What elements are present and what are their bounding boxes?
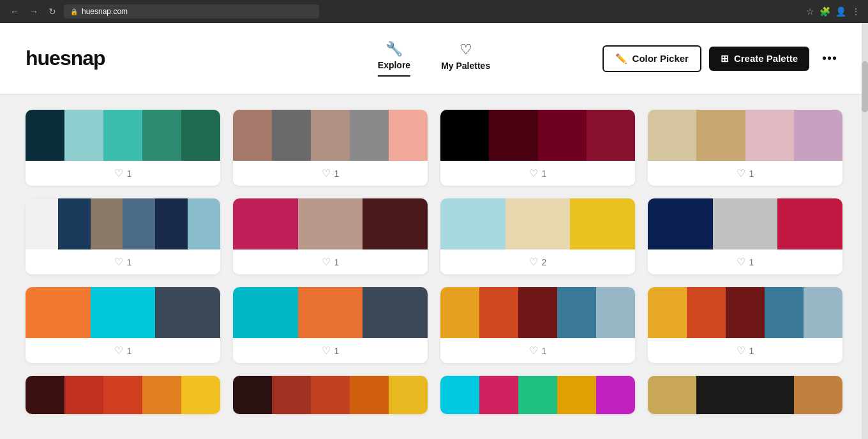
back-button[interactable]: ←	[8, 5, 22, 18]
explore-label: Explore	[378, 60, 410, 70]
like-button[interactable]: ♡	[529, 345, 538, 357]
color-swatch	[726, 287, 765, 338]
palette-card[interactable]: ♡2	[440, 198, 635, 274]
palette-card[interactable]	[648, 376, 842, 414]
color-swatch	[557, 376, 596, 414]
extension-icon[interactable]: 🧩	[819, 6, 830, 17]
palette-card[interactable]: ♡1	[648, 110, 842, 186]
menu-icon[interactable]: ⋮	[851, 6, 860, 17]
explore-icon: 🔧	[385, 41, 403, 57]
color-swatch	[745, 376, 794, 414]
color-swatch	[103, 110, 142, 161]
profile-icon[interactable]: 👤	[835, 6, 846, 17]
palette-colors	[26, 376, 220, 414]
url-text: huesnap.com	[82, 7, 128, 16]
header-actions: ✏️ Color Picker ⊞ Create Palette •••	[602, 45, 842, 72]
color-swatch	[538, 110, 587, 161]
color-swatch	[26, 376, 64, 414]
scrollbar[interactable]	[862, 23, 868, 439]
color-swatch	[648, 287, 687, 338]
color-swatch	[587, 110, 635, 161]
color-swatch	[142, 110, 181, 161]
palette-footer: ♡1	[26, 161, 220, 186]
nav-explore[interactable]: 🔧 Explore	[378, 41, 410, 77]
like-button[interactable]: ♡	[322, 167, 331, 179]
color-swatch	[765, 287, 804, 338]
color-swatch	[123, 198, 155, 249]
color-swatch	[350, 110, 389, 161]
color-swatch	[557, 287, 596, 338]
my-palettes-label: My Palettes	[441, 61, 490, 71]
browser-right-icons: ☆ 🧩 👤 ⋮	[806, 6, 860, 17]
like-button[interactable]: ♡	[737, 256, 745, 268]
like-button[interactable]: ♡	[114, 256, 123, 268]
like-count: 1	[334, 257, 340, 267]
color-picker-button[interactable]: ✏️ Color Picker	[602, 45, 701, 72]
more-button[interactable]: •••	[817, 46, 842, 71]
palette-footer: ♡1	[233, 161, 428, 186]
palette-card[interactable]: ♡1	[233, 198, 428, 274]
create-palette-button[interactable]: ⊞ Create Palette	[709, 47, 809, 71]
palette-grid: ♡1♡1♡1♡1♡1♡1♡2♡1♡1♡1♡1♡1	[26, 110, 842, 414]
color-swatch	[489, 110, 537, 161]
palette-card[interactable]: ♡1	[26, 198, 220, 274]
logo[interactable]: huesnap	[26, 47, 105, 70]
color-swatch	[648, 376, 696, 414]
palette-card[interactable]: ♡1	[26, 287, 220, 363]
color-swatch	[794, 376, 842, 414]
scrollbar-thumb[interactable]	[862, 61, 868, 112]
color-swatch	[440, 376, 479, 414]
palette-colors	[648, 110, 842, 161]
color-swatch	[505, 198, 571, 249]
palette-footer: ♡1	[26, 249, 220, 274]
palette-card[interactable]	[440, 376, 635, 414]
color-swatch	[91, 287, 156, 338]
color-swatch	[26, 198, 58, 249]
color-swatch	[350, 376, 389, 414]
like-button[interactable]: ♡	[529, 256, 538, 268]
like-count: 2	[542, 257, 547, 267]
color-swatch	[518, 287, 557, 338]
reload-button[interactable]: ↻	[46, 5, 59, 18]
like-button[interactable]: ♡	[322, 345, 331, 357]
palette-footer: ♡1	[26, 338, 220, 363]
like-button[interactable]: ♡	[529, 167, 538, 179]
palette-card[interactable]: ♡1	[233, 287, 428, 363]
palette-card[interactable]: ♡1	[233, 110, 428, 186]
star-icon[interactable]: ☆	[806, 6, 814, 17]
color-swatch	[479, 287, 518, 338]
palette-card[interactable]	[26, 376, 220, 414]
color-swatch	[64, 376, 103, 414]
palette-card[interactable]: ♡1	[440, 287, 635, 363]
nav-my-palettes[interactable]: ♡ My Palettes	[441, 41, 490, 76]
like-count: 1	[749, 346, 754, 356]
like-count: 1	[749, 168, 754, 179]
create-palette-icon: ⊞	[721, 53, 729, 64]
address-bar[interactable]: 🔒 huesnap.com	[64, 4, 319, 19]
color-picker-icon: ✏️	[615, 53, 627, 64]
like-count: 1	[542, 346, 547, 356]
palette-card[interactable]: ♡1	[26, 110, 220, 186]
palette-colors	[440, 198, 635, 249]
palette-card[interactable]: ♡1	[648, 198, 842, 274]
color-swatch	[648, 198, 713, 249]
like-button[interactable]: ♡	[114, 167, 123, 179]
like-button[interactable]: ♡	[322, 256, 331, 268]
color-swatch	[440, 287, 479, 338]
palette-card[interactable]: ♡1	[440, 110, 635, 186]
color-swatch	[389, 376, 428, 414]
browser-chrome: ← → ↻ 🔒 huesnap.com ☆ 🧩 👤 ⋮	[0, 0, 868, 23]
color-swatch	[233, 287, 298, 338]
color-swatch	[777, 198, 842, 249]
palette-card[interactable]	[233, 376, 428, 414]
like-count: 1	[334, 346, 340, 356]
palette-card[interactable]: ♡1	[648, 287, 842, 363]
like-button[interactable]: ♡	[737, 345, 745, 357]
palette-colors	[26, 287, 220, 338]
like-button[interactable]: ♡	[114, 345, 123, 357]
like-button[interactable]: ♡	[737, 167, 745, 179]
main-content: ♡1♡1♡1♡1♡1♡1♡2♡1♡1♡1♡1♡1	[0, 94, 868, 429]
color-swatch	[298, 287, 363, 338]
palette-colors	[440, 110, 635, 161]
forward-button[interactable]: →	[27, 5, 41, 18]
